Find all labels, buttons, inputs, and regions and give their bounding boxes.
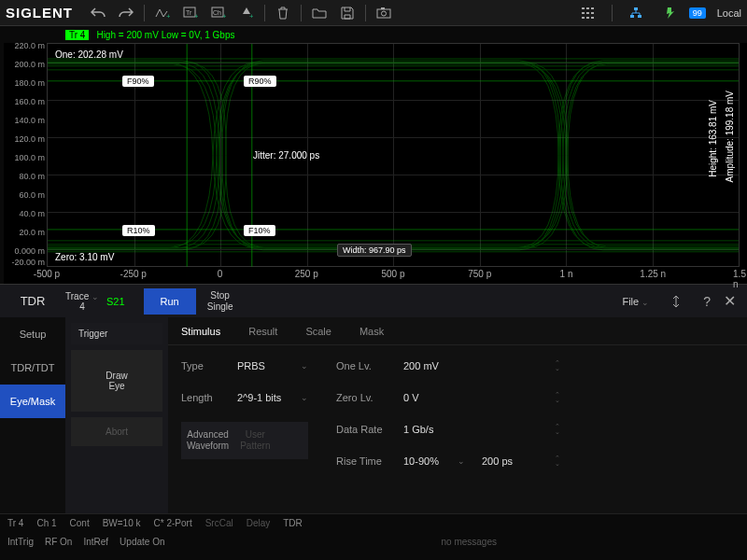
tab-eye-mask[interactable]: Eye/Mask <box>0 385 65 418</box>
f90-marker: F90% <box>122 76 154 87</box>
r10-marker: R10% <box>122 225 155 236</box>
status-cont: Cont <box>70 518 90 528</box>
svg-text:+: + <box>249 12 253 20</box>
svg-text:+: + <box>194 12 198 20</box>
trash-icon[interactable] <box>272 2 294 24</box>
type-field[interactable]: TypePRBS⌄ <box>181 355 308 377</box>
trigger-button[interactable]: Trigger <box>71 323 162 344</box>
redo-icon[interactable] <box>115 2 137 24</box>
subtab-scale[interactable]: Scale <box>305 326 331 337</box>
trace-add-icon[interactable]: + <box>151 2 174 24</box>
trace-badge: Tr 4 <box>65 30 89 40</box>
y-axis: 220.0 m200.0 m 180.0 m160.0 m 140.0 m120… <box>4 43 47 267</box>
zero-level-field[interactable]: Zero Lv.0 V⌃⌄ <box>336 386 560 409</box>
svg-rect-10 <box>381 7 385 9</box>
status-2port: C* 2-Port <box>154 518 192 528</box>
trace-header: Tr 4 High = 200 mV Low = 0V, 1 Gbps <box>0 26 747 43</box>
status-rf: RF On <box>45 537 72 547</box>
settings-panel: Setup TDR/TDT Eye/Mask Trigger Draw Eye … <box>0 317 747 513</box>
subtab-result[interactable]: Result <box>248 326 277 337</box>
power-icon[interactable] <box>658 2 681 24</box>
expand-icon[interactable] <box>665 290 687 313</box>
status-trig: IntTrig <box>7 537 34 547</box>
zero-level-label: Zero: 3.10 mV <box>55 252 114 262</box>
stimulus-form: TypePRBS⌄ Length2^9-1 bits⌄ Advanced Wav… <box>168 345 747 482</box>
eye-diagram-plot: 220.0 m200.0 m 180.0 m160.0 m 140.0 m120… <box>4 43 747 284</box>
save-icon[interactable] <box>336 2 359 24</box>
status-delay: Delay <box>247 518 271 528</box>
length-field[interactable]: Length2^9-1 bits⌄ <box>181 386 308 409</box>
local-label: Local <box>717 7 741 19</box>
close-button[interactable]: ✕ <box>724 292 736 310</box>
subtab-mask[interactable]: Mask <box>359 326 384 337</box>
draw-eye-button[interactable]: Draw Eye <box>71 350 162 412</box>
svg-point-9 <box>382 11 387 16</box>
undo-icon[interactable] <box>87 2 109 24</box>
status-bw: BW=10 k <box>103 518 141 528</box>
network-icon[interactable] <box>625 2 647 24</box>
tab-tdr-tdt[interactable]: TDR/TDT <box>0 351 65 385</box>
s-parameter-label: S21 <box>106 296 125 307</box>
status-tdr: TDR <box>283 518 303 528</box>
top-toolbar: SIGLENT + Tr+ Ch+ + 99 Local <box>0 0 747 26</box>
ch-icon[interactable]: Ch+ <box>207 2 230 24</box>
svg-rect-12 <box>630 15 634 18</box>
status-trace: Tr 4 <box>7 518 23 528</box>
data-rate-field[interactable]: Data Rate1 Gb/s⌃⌄ <box>336 418 560 441</box>
tr-icon[interactable]: Tr+ <box>179 2 202 24</box>
status-ref: IntRef <box>83 537 108 547</box>
amplitude-label: Amplitude: 199.18 mV <box>725 91 735 182</box>
svg-text:+: + <box>222 12 226 20</box>
tdr-mode-label: TDR <box>0 294 65 308</box>
advanced-waveform-button[interactable]: Advanced Waveform <box>187 429 229 452</box>
right-panel: Stimulus Result Scale Mask TypePRBS⌄ Len… <box>168 317 747 513</box>
svg-text:Ch: Ch <box>213 9 221 16</box>
plot-area[interactable]: One: 202.28 mV Zero: 3.10 mV F90% R90% R… <box>47 43 740 267</box>
sub-tabs: Stimulus Result Scale Mask <box>168 317 747 345</box>
jitter-label: Jitter: 27.000 ps <box>253 150 319 161</box>
status-bar-2: IntTrig RF On IntRef Update On no messag… <box>0 532 747 551</box>
one-level-label: One: 202.28 mV <box>55 49 123 60</box>
trace-info: High = 200 mV Low = 0V, 1 Gbps <box>96 30 234 40</box>
control-bar: TDR Trace ⌄ 4 S21 Run StopSingle File ⌄ … <box>0 284 747 317</box>
svg-rect-8 <box>377 9 390 18</box>
battery-indicator: 99 <box>689 7 706 19</box>
svg-rect-13 <box>638 15 641 18</box>
abort-button[interactable]: Abort <box>71 417 162 446</box>
status-srccal: SrcCal <box>205 518 233 528</box>
camera-icon[interactable] <box>373 2 395 24</box>
rise-time-field[interactable]: Rise Time10-90%⌄200 ps⌃⌄ <box>336 450 560 472</box>
status-bar-1: Tr 4 Ch 1 Cont BW=10 k C* 2-Port SrcCal … <box>0 513 747 532</box>
trace-selector[interactable]: Trace ⌄ 4 <box>65 291 99 312</box>
mid-buttons: Trigger Draw Eye Abort <box>65 317 168 513</box>
x-axis: -500 p-250 p 0250 p 500 p750 p 1 n1.25 n… <box>47 269 740 284</box>
height-label: Height: 163.81 mV <box>708 100 718 177</box>
subtab-stimulus[interactable]: Stimulus <box>181 326 220 337</box>
width-label: Width: 967.90 ps <box>337 244 412 257</box>
tab-setup[interactable]: Setup <box>0 317 65 351</box>
left-tabs: Setup TDR/TDT Eye/Mask <box>0 317 65 513</box>
svg-text:+: + <box>166 12 170 20</box>
menu-icon[interactable] <box>577 2 599 24</box>
one-level-field[interactable]: One Lv.200 mV⌃⌄ <box>336 355 560 377</box>
folder-open-icon[interactable] <box>308 2 331 24</box>
run-button[interactable]: Run <box>144 288 196 315</box>
help-button[interactable]: ? <box>703 294 711 309</box>
r90-marker: R90% <box>244 76 276 87</box>
logo: SIGLENT <box>6 5 73 21</box>
user-pattern-button[interactable]: User Pattern <box>240 429 270 452</box>
stop-single-button[interactable]: StopSingle <box>196 287 245 316</box>
status-messages: no messages <box>442 537 497 547</box>
file-menu[interactable]: File ⌄ <box>622 296 649 307</box>
svg-rect-11 <box>634 7 638 10</box>
svg-text:Tr: Tr <box>186 9 192 16</box>
status-channel: Ch 1 <box>36 518 56 528</box>
marker-icon[interactable]: + <box>235 2 258 24</box>
status-update: Update On <box>120 537 164 547</box>
f10-marker: F10% <box>244 225 275 236</box>
